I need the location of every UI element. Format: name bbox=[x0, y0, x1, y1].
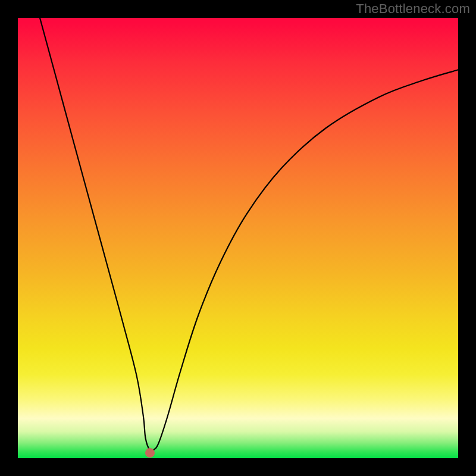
chart-svg bbox=[18, 18, 458, 458]
chart-frame: TheBottleneck.com bbox=[0, 0, 476, 476]
plot-area bbox=[18, 18, 458, 458]
watermark-text: TheBottleneck.com bbox=[356, 1, 470, 17]
optimum-marker bbox=[145, 448, 155, 458]
bottleneck-curve bbox=[40, 18, 458, 451]
